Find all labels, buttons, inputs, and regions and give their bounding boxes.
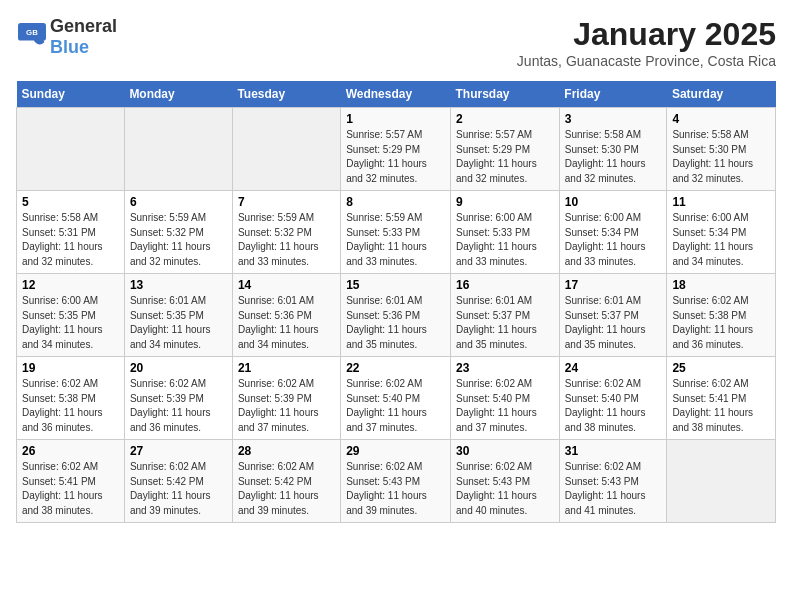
day-number: 27 <box>130 444 227 458</box>
day-header-tuesday: Tuesday <box>232 81 340 108</box>
day-number: 1 <box>346 112 445 126</box>
day-info: Sunrise: 6:01 AM Sunset: 5:36 PM Dayligh… <box>346 294 445 352</box>
day-cell: 24Sunrise: 6:02 AM Sunset: 5:40 PM Dayli… <box>559 357 667 440</box>
day-cell: 15Sunrise: 6:01 AM Sunset: 5:36 PM Dayli… <box>341 274 451 357</box>
day-number: 23 <box>456 361 554 375</box>
day-info: Sunrise: 6:00 AM Sunset: 5:33 PM Dayligh… <box>456 211 554 269</box>
day-info: Sunrise: 6:02 AM Sunset: 5:43 PM Dayligh… <box>565 460 662 518</box>
day-number: 4 <box>672 112 770 126</box>
logo-icon: GB <box>18 23 46 51</box>
day-cell: 28Sunrise: 6:02 AM Sunset: 5:42 PM Dayli… <box>232 440 340 523</box>
day-cell: 18Sunrise: 6:02 AM Sunset: 5:38 PM Dayli… <box>667 274 776 357</box>
day-header-saturday: Saturday <box>667 81 776 108</box>
logo-blue: Blue <box>50 37 89 57</box>
day-header-wednesday: Wednesday <box>341 81 451 108</box>
day-cell <box>667 440 776 523</box>
day-cell: 19Sunrise: 6:02 AM Sunset: 5:38 PM Dayli… <box>17 357 125 440</box>
day-cell: 8Sunrise: 5:59 AM Sunset: 5:33 PM Daylig… <box>341 191 451 274</box>
location-subtitle: Juntas, Guanacaste Province, Costa Rica <box>517 53 776 69</box>
day-number: 22 <box>346 361 445 375</box>
day-info: Sunrise: 5:58 AM Sunset: 5:30 PM Dayligh… <box>672 128 770 186</box>
day-number: 16 <box>456 278 554 292</box>
page-header: GB General Blue January 2025 Juntas, Gua… <box>16 16 776 69</box>
day-number: 20 <box>130 361 227 375</box>
day-number: 6 <box>130 195 227 209</box>
day-cell: 23Sunrise: 6:02 AM Sunset: 5:40 PM Dayli… <box>451 357 560 440</box>
day-cell <box>17 108 125 191</box>
day-info: Sunrise: 6:02 AM Sunset: 5:40 PM Dayligh… <box>346 377 445 435</box>
day-cell: 10Sunrise: 6:00 AM Sunset: 5:34 PM Dayli… <box>559 191 667 274</box>
day-info: Sunrise: 6:00 AM Sunset: 5:34 PM Dayligh… <box>565 211 662 269</box>
day-cell: 29Sunrise: 6:02 AM Sunset: 5:43 PM Dayli… <box>341 440 451 523</box>
day-number: 21 <box>238 361 335 375</box>
day-info: Sunrise: 6:02 AM Sunset: 5:41 PM Dayligh… <box>22 460 119 518</box>
day-cell: 3Sunrise: 5:58 AM Sunset: 5:30 PM Daylig… <box>559 108 667 191</box>
day-number: 17 <box>565 278 662 292</box>
day-info: Sunrise: 6:00 AM Sunset: 5:35 PM Dayligh… <box>22 294 119 352</box>
day-info: Sunrise: 6:02 AM Sunset: 5:40 PM Dayligh… <box>456 377 554 435</box>
day-info: Sunrise: 6:02 AM Sunset: 5:38 PM Dayligh… <box>672 294 770 352</box>
day-info: Sunrise: 6:02 AM Sunset: 5:38 PM Dayligh… <box>22 377 119 435</box>
day-cell: 4Sunrise: 5:58 AM Sunset: 5:30 PM Daylig… <box>667 108 776 191</box>
day-info: Sunrise: 5:58 AM Sunset: 5:31 PM Dayligh… <box>22 211 119 269</box>
day-cell: 5Sunrise: 5:58 AM Sunset: 5:31 PM Daylig… <box>17 191 125 274</box>
day-number: 5 <box>22 195 119 209</box>
day-number: 25 <box>672 361 770 375</box>
day-number: 24 <box>565 361 662 375</box>
day-number: 13 <box>130 278 227 292</box>
day-info: Sunrise: 6:02 AM Sunset: 5:41 PM Dayligh… <box>672 377 770 435</box>
day-info: Sunrise: 6:02 AM Sunset: 5:39 PM Dayligh… <box>130 377 227 435</box>
day-info: Sunrise: 6:00 AM Sunset: 5:34 PM Dayligh… <box>672 211 770 269</box>
day-number: 18 <box>672 278 770 292</box>
day-cell: 30Sunrise: 6:02 AM Sunset: 5:43 PM Dayli… <box>451 440 560 523</box>
day-info: Sunrise: 6:01 AM Sunset: 5:37 PM Dayligh… <box>565 294 662 352</box>
day-info: Sunrise: 5:59 AM Sunset: 5:32 PM Dayligh… <box>130 211 227 269</box>
day-number: 28 <box>238 444 335 458</box>
svg-text:GB: GB <box>26 28 38 37</box>
day-number: 15 <box>346 278 445 292</box>
day-info: Sunrise: 5:59 AM Sunset: 5:33 PM Dayligh… <box>346 211 445 269</box>
day-header-thursday: Thursday <box>451 81 560 108</box>
day-number: 14 <box>238 278 335 292</box>
day-header-sunday: Sunday <box>17 81 125 108</box>
day-header-friday: Friday <box>559 81 667 108</box>
day-number: 7 <box>238 195 335 209</box>
day-number: 29 <box>346 444 445 458</box>
day-number: 31 <box>565 444 662 458</box>
day-number: 30 <box>456 444 554 458</box>
day-info: Sunrise: 6:02 AM Sunset: 5:40 PM Dayligh… <box>565 377 662 435</box>
day-number: 26 <box>22 444 119 458</box>
day-cell: 27Sunrise: 6:02 AM Sunset: 5:42 PM Dayli… <box>124 440 232 523</box>
day-info: Sunrise: 6:01 AM Sunset: 5:36 PM Dayligh… <box>238 294 335 352</box>
day-cell <box>232 108 340 191</box>
day-cell: 14Sunrise: 6:01 AM Sunset: 5:36 PM Dayli… <box>232 274 340 357</box>
day-cell: 22Sunrise: 6:02 AM Sunset: 5:40 PM Dayli… <box>341 357 451 440</box>
week-row-1: 1Sunrise: 5:57 AM Sunset: 5:29 PM Daylig… <box>17 108 776 191</box>
day-cell: 25Sunrise: 6:02 AM Sunset: 5:41 PM Dayli… <box>667 357 776 440</box>
day-cell: 1Sunrise: 5:57 AM Sunset: 5:29 PM Daylig… <box>341 108 451 191</box>
day-info: Sunrise: 6:01 AM Sunset: 5:37 PM Dayligh… <box>456 294 554 352</box>
calendar-table: SundayMondayTuesdayWednesdayThursdayFrid… <box>16 81 776 523</box>
day-cell: 2Sunrise: 5:57 AM Sunset: 5:29 PM Daylig… <box>451 108 560 191</box>
day-info: Sunrise: 5:57 AM Sunset: 5:29 PM Dayligh… <box>346 128 445 186</box>
week-row-2: 5Sunrise: 5:58 AM Sunset: 5:31 PM Daylig… <box>17 191 776 274</box>
day-cell: 16Sunrise: 6:01 AM Sunset: 5:37 PM Dayli… <box>451 274 560 357</box>
day-cell: 17Sunrise: 6:01 AM Sunset: 5:37 PM Dayli… <box>559 274 667 357</box>
day-info: Sunrise: 5:58 AM Sunset: 5:30 PM Dayligh… <box>565 128 662 186</box>
day-number: 9 <box>456 195 554 209</box>
day-number: 11 <box>672 195 770 209</box>
logo: GB General Blue <box>16 16 117 58</box>
week-row-3: 12Sunrise: 6:00 AM Sunset: 5:35 PM Dayli… <box>17 274 776 357</box>
day-cell: 12Sunrise: 6:00 AM Sunset: 5:35 PM Dayli… <box>17 274 125 357</box>
day-info: Sunrise: 5:59 AM Sunset: 5:32 PM Dayligh… <box>238 211 335 269</box>
day-header-monday: Monday <box>124 81 232 108</box>
day-cell: 6Sunrise: 5:59 AM Sunset: 5:32 PM Daylig… <box>124 191 232 274</box>
day-cell: 11Sunrise: 6:00 AM Sunset: 5:34 PM Dayli… <box>667 191 776 274</box>
day-number: 2 <box>456 112 554 126</box>
day-info: Sunrise: 6:01 AM Sunset: 5:35 PM Dayligh… <box>130 294 227 352</box>
day-number: 8 <box>346 195 445 209</box>
day-cell: 13Sunrise: 6:01 AM Sunset: 5:35 PM Dayli… <box>124 274 232 357</box>
day-cell: 31Sunrise: 6:02 AM Sunset: 5:43 PM Dayli… <box>559 440 667 523</box>
day-info: Sunrise: 6:02 AM Sunset: 5:39 PM Dayligh… <box>238 377 335 435</box>
day-cell: 9Sunrise: 6:00 AM Sunset: 5:33 PM Daylig… <box>451 191 560 274</box>
